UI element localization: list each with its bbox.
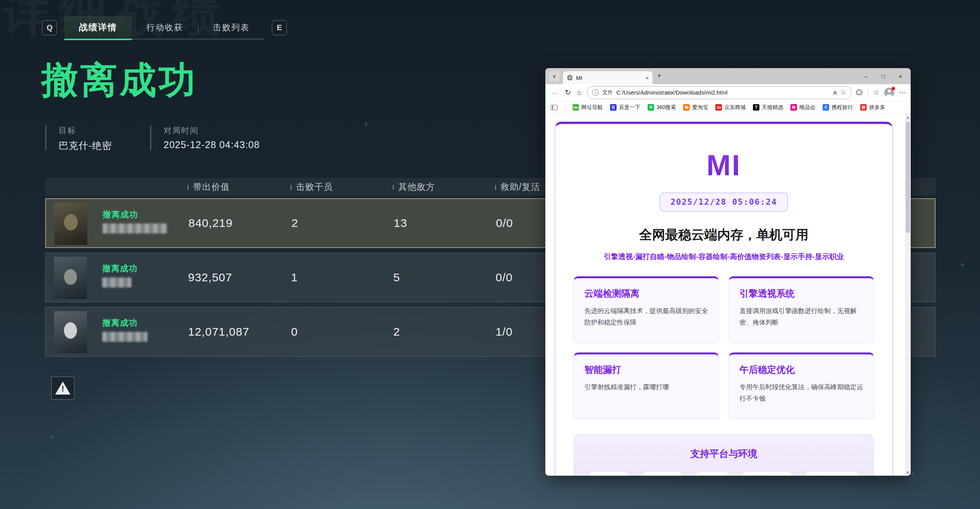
tab-action-gains[interactable]: 行动收获 (132, 22, 198, 33)
feature-card-afternoon-optimization: 午后稳定优化 专用午后时段优化算法，确保高峰期稳定运行不卡顿 (729, 352, 874, 419)
cell-other-enemies: 2 (393, 325, 400, 338)
new-tab-button[interactable]: + (657, 72, 661, 80)
window-maximize-button[interactable]: □ (875, 73, 892, 80)
header-carried-value: 带出价值 (188, 178, 230, 196)
player-status: 撤离成功 (102, 263, 137, 274)
feature-title: 午后稳定优化 (739, 364, 863, 376)
page-content: MI 2025/12/28 05:06:24 全网最稳云端内存，单机可用 引擎透… (545, 114, 911, 476)
window-minimize-button[interactable]: – (857, 73, 875, 80)
profile-avatar[interactable] (884, 88, 894, 98)
file-scheme-label: 文件 (602, 89, 613, 96)
cell-rescue-revive: 0/0 (496, 217, 513, 230)
scrollbar-thumb[interactable] (906, 122, 910, 233)
hud-cross-decoration: + (49, 432, 54, 442)
read-aloud-icon[interactable]: A (833, 89, 837, 96)
address-bar[interactable]: i 文件 C:/Users/Administrator/Downloads/mi… (587, 86, 851, 99)
cell-rescue-revive: 0/0 (496, 271, 513, 284)
bookmark-ctrip[interactable]: C携程旅行 (823, 104, 853, 111)
tab-defeat-list[interactable]: 击败列表 (198, 22, 265, 33)
home-icon[interactable]: ⌂ (577, 88, 581, 97)
bookmarks-divider (565, 104, 565, 111)
bookmark-taobao[interactable]: 淘爱淘宝 (683, 104, 708, 111)
bookmark-hao123[interactable]: hao网址导航 (573, 104, 603, 111)
hao123-favicon: hao (573, 104, 579, 111)
platform-pill-home-network: 家庭网络 (640, 471, 685, 476)
cell-carried-value: 932,507 (188, 271, 232, 284)
warning-icon (55, 382, 70, 395)
bookmark-360search[interactable]: O360搜索 (648, 104, 676, 111)
tmall-favicon: T (753, 104, 759, 111)
cell-operators-defeated: 1 (291, 271, 298, 284)
address-url[interactable]: C:/Users/Administrator/Downloads/mi2.htm… (616, 89, 829, 96)
extraction-result-title: 撤离成功 (41, 56, 198, 106)
objective-value: 巴克什-绝密 (59, 139, 112, 152)
globe-favicon-icon (567, 75, 573, 81)
cell-carried-value: 840,219 (188, 217, 232, 230)
scroll-down-icon[interactable]: ▼ (905, 470, 911, 475)
bookmark-pdd[interactable]: 拼拼多多 (860, 104, 885, 111)
feature-desc: 引擎射线精准漏打，露哪打哪 (584, 382, 708, 393)
header-operators-defeated: 击败干员 (291, 178, 333, 196)
extensions-puzzle-icon[interactable] (856, 89, 863, 96)
feature-title: 云端检测隔离 (584, 287, 708, 300)
taobao-favicon: 淘 (683, 104, 690, 111)
cell-other-enemies: 13 (394, 217, 407, 230)
match-time-value: 2025-12-28 04:43:08 (164, 139, 260, 150)
cell-other-enemies: 5 (393, 271, 400, 284)
objective-label: 目标 (59, 125, 112, 136)
tab-actions-menu-icon[interactable]: ∨ (549, 71, 560, 82)
platforms-panel: 支持平台与环境 网吧环境 家庭网络 云电脑 STEAM国服 Wegame国服 (574, 434, 874, 476)
bookmark-jd[interactable]: JD京东商城 (715, 104, 746, 111)
feature-line: 引擎透视-漏打自瞄-物品绘制-容器绘制-高价值物资列表-显示手持-显示职业 (574, 252, 874, 262)
tab-battle-details[interactable]: 战绩详情 (64, 16, 132, 40)
bookmark-baidu[interactable]: 百百度一下 (610, 104, 640, 111)
header-rescue-revive: 救助/复活 (495, 178, 540, 196)
cell-carried-value: 12,071,087 (188, 325, 249, 338)
cell-operators-defeated: 2 (291, 217, 298, 230)
feature-card-cloud-isolation: 云端检测隔离 先进的云端隔离技术，提供最高级别的安全防护和稳定性保障 (574, 276, 719, 343)
info-match-time: 对局时间 2025-12-28 04:43:08 (150, 125, 260, 150)
bookmark-vip[interactable]: 特唯品会 (790, 104, 815, 111)
hotkey-badge-q: Q (42, 20, 57, 35)
scroll-up-icon[interactable]: ▲ (905, 115, 911, 119)
page-headline: 全网最稳云端内存，单机可用 (574, 226, 874, 244)
platform-pill-cloud-pc: 云电脑 (693, 471, 731, 476)
warning-button[interactable] (51, 377, 74, 400)
jd-favicon: JD (715, 104, 722, 111)
tab-close-icon[interactable]: × (645, 75, 649, 81)
refresh-icon[interactable]: ↻ (565, 88, 571, 97)
favorites-list-icon[interactable]: ☆ (873, 88, 879, 97)
tab-strip: 行动收获 击败列表 (132, 16, 264, 39)
bookmark-tmall[interactable]: T天猫精选 (753, 104, 783, 111)
favorite-star-icon[interactable]: ☆ (841, 88, 846, 96)
more-menu-icon[interactable]: ⋯ (899, 88, 906, 97)
ctrip-favicon: C (823, 104, 829, 111)
window-close-button[interactable]: × (892, 73, 909, 80)
360-favicon: O (648, 104, 654, 111)
feature-desc: 先进的云端隔离技术，提供最高级别的安全防护和稳定性保障 (584, 305, 708, 328)
page-scrollbar[interactable]: ▲ ▼ (905, 114, 911, 476)
hud-cross-decoration: + (960, 259, 965, 271)
page-info-icon[interactable]: i (592, 89, 599, 96)
cell-rescue-revive: 1/0 (496, 325, 513, 338)
header-other-enemies: 其他敌方 (393, 178, 435, 196)
back-icon[interactable]: ← (551, 88, 559, 97)
vip-favicon: 特 (790, 104, 797, 111)
screen: 详细战绩 + + + + Q 战绩详情 行动收获 击败列表 E 撤离成功 目标 … (0, 0, 980, 509)
timestamp-badge: 2025/12/28 05:06:24 (659, 193, 788, 212)
browser-toolbar: ← ↻ ⌂ i 文件 C:/Users/Administrator/Downlo… (545, 84, 911, 101)
browser-titlebar: ∨ MI × + – □ × (545, 68, 911, 84)
browser-tab[interactable]: MI × (563, 71, 653, 84)
match-time-label: 对局时间 (164, 125, 260, 136)
platforms-title: 支持平台与环境 (584, 447, 864, 460)
bookmarks-panel-icon[interactable] (551, 105, 558, 110)
player-name-redacted (102, 277, 131, 287)
browser-window: ∨ MI × + – □ × ← ↻ ⌂ (545, 68, 911, 476)
feature-desc: 直接调用游戏引擎函数进行绘制，无视解密、掩体判断 (739, 305, 863, 328)
platform-pill-wegame-cn: Wegame国服 (802, 471, 861, 476)
cell-operators-defeated: 0 (291, 325, 298, 338)
baidu-favicon: 百 (610, 104, 617, 111)
player-status: 撤离成功 (102, 317, 137, 329)
feature-title: 引擎透视系统 (739, 287, 863, 300)
player-status: 撤离成功 (103, 209, 138, 220)
